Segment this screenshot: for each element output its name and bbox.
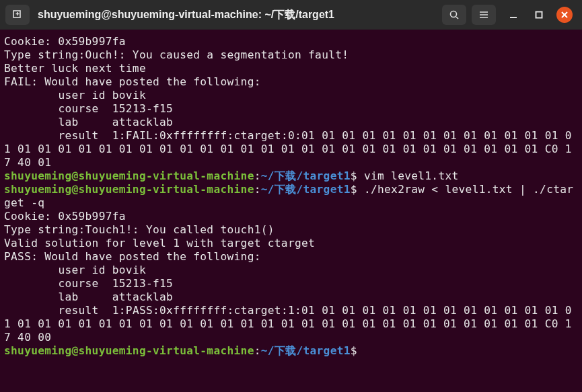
output-line: Cookie: 0x59b997fa: [4, 210, 126, 223]
titlebar: shuyueming@shuyueming-virtual-machine: ~…: [0, 0, 582, 30]
close-button[interactable]: [556, 7, 573, 23]
output-line: user id bovik: [4, 89, 146, 102]
output-line: Cookie: 0x59b997fa: [4, 35, 126, 48]
search-button[interactable]: [442, 5, 466, 25]
hamburger-icon: [478, 9, 489, 20]
output-line: Better luck next time: [4, 62, 146, 75]
command-text: vim level1.txt: [357, 169, 459, 182]
minimize-icon: [509, 11, 517, 19]
output-line: result 1:PASS:0xffffffff:ctarget:1:01 01…: [4, 304, 572, 344]
output-line: PASS: Would have posted the following:: [4, 250, 261, 263]
window-title: shuyueming@shuyueming-virtual-machine: ~…: [35, 8, 437, 22]
prompt-path: ~/下载/target1: [261, 183, 351, 196]
output-line: Type string:Ouch!: You caused a segmenta…: [4, 48, 349, 61]
output-line: course 15213-f15: [4, 277, 173, 290]
prompt-sigil: $: [351, 183, 357, 196]
new-tab-button[interactable]: [5, 5, 30, 25]
prompt-sep: :: [254, 169, 261, 182]
output-line: lab attacklab: [4, 116, 173, 128]
maximize-button[interactable]: [531, 7, 547, 23]
output-line: FAIL: Would have posted the following:: [4, 75, 261, 88]
prompt-sep: :: [254, 183, 261, 196]
menu-button[interactable]: [472, 5, 496, 25]
prompt-sigil: $: [351, 344, 357, 357]
new-tab-icon: [12, 9, 23, 20]
prompt-sigil: $: [351, 169, 357, 182]
prompt-path: ~/下载/target1: [261, 169, 351, 182]
terminal-body[interactable]: Cookie: 0x59b997fa Type string:Ouch!: Yo…: [0, 30, 582, 363]
output-line: Type string:Touch1!: You called touch1(): [4, 223, 275, 236]
svg-point-1: [451, 11, 457, 17]
maximize-icon: [535, 11, 543, 19]
prompt-path: ~/下载/target1: [261, 344, 351, 357]
output-line: course 15213-f15: [4, 102, 173, 115]
svg-rect-2: [536, 12, 542, 18]
output-line: lab attacklab: [4, 290, 173, 303]
output-line: Valid solution for level 1 with target c…: [4, 237, 315, 249]
prompt-user: shuyueming@shuyueming-virtual-machine: [4, 169, 254, 182]
window-controls: [501, 7, 577, 23]
output-line: result 1:FAIL:0xffffffff:ctarget:0:01 01…: [4, 129, 572, 169]
close-icon: [560, 11, 569, 19]
prompt-sep: :: [254, 344, 261, 357]
output-line: user id bovik: [4, 264, 146, 276]
prompt-user: shuyueming@shuyueming-virtual-machine: [4, 183, 254, 196]
prompt-user: shuyueming@shuyueming-virtual-machine: [4, 344, 254, 357]
search-icon: [449, 9, 460, 20]
minimize-button[interactable]: [505, 7, 521, 23]
